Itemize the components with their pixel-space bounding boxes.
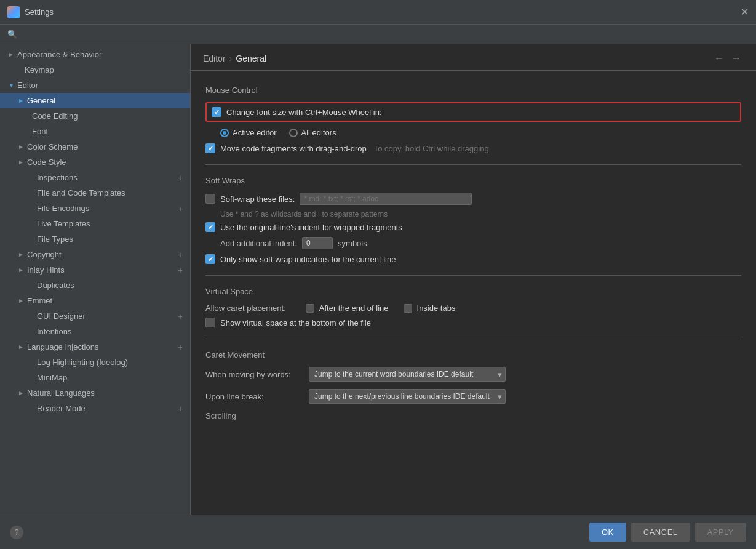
plus-icon[interactable]: +: [175, 342, 185, 352]
inside-tabs-checkbox[interactable]: [404, 304, 412, 313]
when-moving-by-words-dropdown-wrap: Jump to the current word boundaries IDE …: [309, 367, 506, 382]
move-code-checkbox[interactable]: [205, 143, 215, 153]
sidebar-item-live-templates[interactable]: Live Templates: [0, 216, 190, 231]
soft-wrap-hint: Use * and ? as wildcards and ; to separa…: [220, 210, 741, 218]
arrow-icon: ►: [7, 51, 15, 58]
sidebar-item-code-editing[interactable]: Code Editing: [0, 108, 190, 124]
plus-icon[interactable]: +: [175, 265, 185, 275]
upon-line-break-dropdown[interactable]: Jump to the next/previous line boundarie…: [309, 389, 506, 404]
additional-indent-suffix: symbols: [338, 239, 367, 248]
upon-line-break-label: Upon line break:: [205, 392, 304, 401]
divider-1: [205, 164, 741, 165]
sidebar-item-intentions[interactable]: Intentions: [0, 324, 190, 339]
sidebar-item-reader-mode[interactable]: Reader Mode +: [0, 401, 190, 416]
radio-all-editors-label: All editors: [301, 128, 336, 137]
after-end-of-line-row: After the end of line: [306, 303, 389, 313]
breadcrumb-parent: Editor: [203, 54, 226, 63]
allow-caret-placement-label: Allow caret placement:: [205, 303, 286, 313]
upon-line-break-dropdown-wrap: Jump to the next/previous line boundarie…: [309, 389, 506, 404]
plus-icon[interactable]: +: [175, 404, 185, 414]
window-title: Settings: [25, 7, 741, 17]
additional-indent-row: Add additional indent: symbols: [220, 237, 741, 249]
sidebar-item-gui-designer[interactable]: GUI Designer +: [0, 308, 190, 324]
radio-circle-active[interactable]: [220, 129, 229, 137]
change-font-size-row: Change font size with Ctrl+Mouse Wheel i…: [205, 102, 741, 122]
sidebar-item-code-style[interactable]: ► Code Style: [0, 154, 190, 170]
footer-left: ?: [10, 526, 23, 539]
sidebar-item-emmet[interactable]: ► Emmet: [0, 293, 190, 308]
change-font-size-checkbox[interactable]: [212, 107, 221, 117]
only-show-indicators-checkbox[interactable]: [205, 254, 215, 264]
sidebar-item-color-scheme[interactable]: ► Color Scheme: [0, 139, 190, 154]
sidebar-item-label: Code Editing: [32, 111, 78, 121]
content-panel: Editor › General ← → Mouse Control Chang…: [191, 44, 756, 515]
when-moving-by-words-label: When moving by words:: [205, 370, 304, 379]
app-icon: [7, 6, 20, 18]
content-scroll: Mouse Control Change font size with Ctrl…: [191, 71, 756, 515]
soft-wrap-checkbox[interactable]: [205, 194, 215, 204]
sidebar-item-label: Copyright: [27, 250, 62, 259]
radio-active-editor-label: Active editor: [233, 128, 277, 137]
nav-arrows: ← →: [712, 52, 744, 65]
sidebar: ► Appearance & Behavior Keymap ▾ Editor …: [0, 44, 191, 515]
divider-2: [205, 275, 741, 276]
plus-icon[interactable]: +: [175, 173, 185, 183]
sidebar-item-inlay-hints[interactable]: ► Inlay Hints +: [0, 262, 190, 278]
sidebar-item-label: GUI Designer: [37, 311, 86, 321]
sidebar-item-file-encodings[interactable]: File Encodings +: [0, 201, 190, 216]
use-original-indent-checkbox[interactable]: [205, 222, 215, 232]
arrow-icon: ►: [17, 251, 25, 258]
plus-icon[interactable]: +: [175, 311, 185, 321]
radio-circle-all[interactable]: [289, 129, 298, 137]
arrow-icon: ►: [17, 266, 25, 274]
help-button[interactable]: ?: [10, 526, 23, 539]
plus-icon[interactable]: +: [175, 204, 185, 214]
when-moving-by-words-dropdown[interactable]: Jump to the current word boundaries IDE …: [309, 367, 506, 382]
close-button[interactable]: ✕: [741, 6, 749, 18]
footer: ? OK CANCEL APPLY: [0, 515, 756, 549]
apply-button[interactable]: APPLY: [695, 523, 746, 542]
sidebar-item-general[interactable]: ► General: [0, 93, 190, 108]
search-icon: 🔍: [7, 30, 17, 39]
ok-button[interactable]: OK: [589, 523, 626, 542]
additional-indent-input[interactable]: [302, 237, 333, 249]
sidebar-item-copyright[interactable]: ► Copyright +: [0, 247, 190, 262]
inside-tabs-label: Inside tabs: [417, 303, 456, 313]
radio-active-editor[interactable]: Active editor: [220, 128, 277, 137]
sidebar-item-language-injections[interactable]: ► Language Injections +: [0, 339, 190, 355]
sidebar-item-font[interactable]: Font: [0, 124, 190, 139]
sidebar-item-label: Live Templates: [37, 219, 90, 228]
sidebar-item-natural-languages[interactable]: ► Natural Languages: [0, 385, 190, 401]
move-code-fragments-row: Move code fragments with drag-and-drop T…: [205, 143, 741, 153]
arrow-icon: ►: [17, 143, 25, 151]
soft-wrap-files-input[interactable]: [300, 193, 472, 205]
radio-all-editors[interactable]: All editors: [289, 128, 336, 137]
search-input[interactable]: [21, 30, 144, 39]
sidebar-item-duplicates[interactable]: Duplicates: [0, 278, 190, 293]
cancel-button[interactable]: CANCEL: [631, 523, 690, 542]
nav-back-button[interactable]: ←: [712, 52, 726, 65]
sidebar-item-file-code-templates[interactable]: File and Code Templates: [0, 185, 190, 201]
arrow-icon: ►: [17, 159, 25, 166]
sidebar-item-label: Log Highlighting (Ideolog): [37, 358, 128, 367]
sidebar-item-editor[interactable]: ▾ Editor: [0, 78, 190, 93]
after-end-of-line-checkbox[interactable]: [306, 304, 314, 313]
inside-tabs-row: Inside tabs: [404, 303, 456, 313]
sidebar-item-keymap[interactable]: Keymap: [0, 62, 190, 78]
sidebar-item-minimap[interactable]: MiniMap: [0, 370, 190, 385]
use-original-indent-row: Use the original line's indent for wrapp…: [205, 222, 741, 232]
nav-forward-button[interactable]: →: [729, 52, 744, 65]
upon-line-break-row: Upon line break: Jump to the next/previo…: [205, 389, 741, 404]
arrow-icon: ►: [17, 343, 25, 351]
sidebar-item-label: File and Code Templates: [37, 188, 125, 198]
show-virtual-space-checkbox[interactable]: [205, 318, 215, 327]
plus-icon[interactable]: +: [175, 250, 185, 260]
after-end-of-line-label: After the end of line: [319, 303, 389, 313]
allow-caret-placement-row: Allow caret placement: After the end of …: [205, 303, 741, 313]
sidebar-item-log-highlighting[interactable]: Log Highlighting (Ideolog): [0, 355, 190, 370]
sidebar-item-label: File Types: [37, 234, 73, 244]
only-show-indicators-label: Only show soft-wrap indicators for the c…: [220, 255, 396, 264]
sidebar-item-appearance[interactable]: ► Appearance & Behavior: [0, 47, 190, 62]
sidebar-item-inspections[interactable]: Inspections +: [0, 170, 190, 185]
sidebar-item-file-types[interactable]: File Types: [0, 231, 190, 247]
